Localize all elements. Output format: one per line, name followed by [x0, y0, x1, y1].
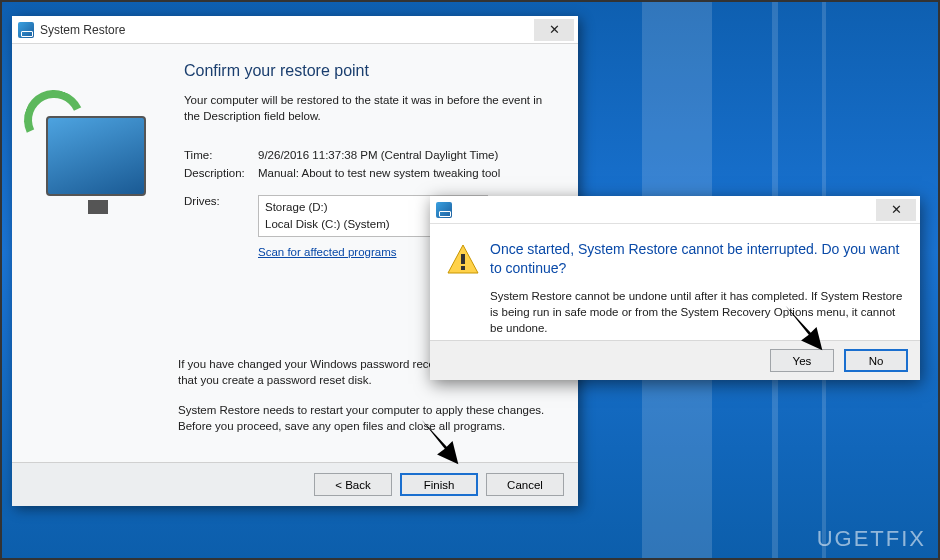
- dialog-footer: Yes No: [430, 340, 920, 380]
- back-button[interactable]: < Back: [314, 473, 392, 496]
- restart-note: System Restore needs to restart your com…: [178, 402, 554, 434]
- dialog-heading: Once started, System Restore cannot be i…: [490, 240, 904, 278]
- time-value: 9/26/2016 11:37:38 PM (Central Daylight …: [258, 146, 510, 164]
- warning-icon: [446, 243, 480, 277]
- page-heading: Confirm your restore point: [184, 62, 556, 80]
- wizard-footer: < Back Finish Cancel: [12, 462, 578, 506]
- cancel-button[interactable]: Cancel: [486, 473, 564, 496]
- system-restore-icon: [18, 22, 34, 38]
- description-label: Description:: [184, 164, 258, 182]
- finish-button[interactable]: Finish: [400, 473, 478, 496]
- scan-affected-link[interactable]: Scan for affected programs: [258, 246, 397, 258]
- dialog-body: Once started, System Restore cannot be i…: [430, 224, 920, 344]
- watermark: UGETFIX: [817, 526, 926, 552]
- svg-rect-2: [461, 266, 465, 270]
- system-restore-icon: [436, 202, 452, 218]
- svg-rect-1: [461, 254, 465, 264]
- yes-button[interactable]: Yes: [770, 349, 834, 372]
- page-subtext: Your computer will be restored to the st…: [184, 92, 544, 124]
- restore-graphic: [34, 98, 154, 218]
- confirm-dialog: ✕ Once started, System Restore cannot be…: [430, 196, 920, 380]
- close-icon[interactable]: ✕: [534, 19, 574, 41]
- dialog-titlebar[interactable]: ✕: [430, 196, 920, 224]
- titlebar[interactable]: System Restore ✕: [12, 16, 578, 44]
- description-value: Manual: About to test new system tweakin…: [258, 164, 510, 182]
- window-title: System Restore: [40, 23, 534, 37]
- dialog-message: System Restore cannot be undone until af…: [490, 288, 904, 336]
- drives-label: Drives:: [184, 192, 258, 239]
- close-icon[interactable]: ✕: [876, 199, 916, 221]
- no-button[interactable]: No: [844, 349, 908, 372]
- time-label: Time:: [184, 146, 258, 164]
